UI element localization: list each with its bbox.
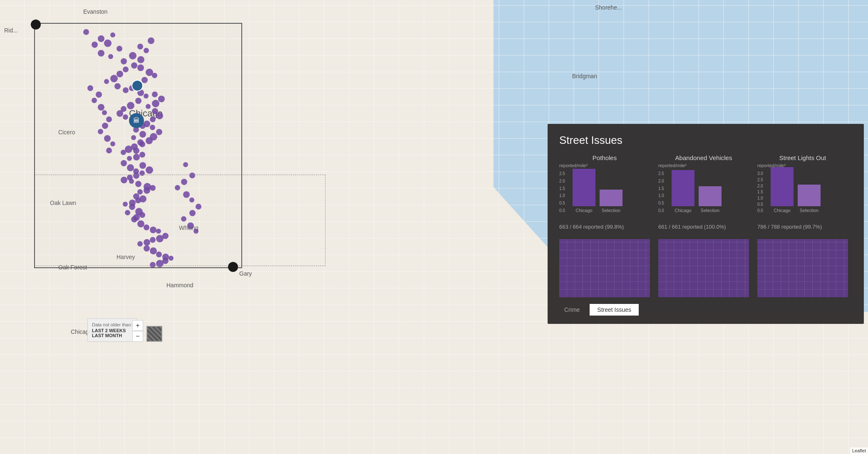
y-label: 1.5 [757,190,763,194]
y-label: 2.5 [658,171,664,176]
potholes-y-axis: 2.5 2.0 1.5 1.0 0.5 0.0 [559,171,567,213]
bottom-chart-streetlights-canvas [757,239,848,297]
data-controls: Data not older than: LAST 2 WEEKS LAST M… [87,318,137,342]
street-lights-title: Street Lights Out [757,154,848,161]
bottom-chart-potholes-canvas [559,239,650,297]
abandoned-vehicles-title: Abandoned Vehicles [658,154,749,161]
abandoned-selection-label: Selection [701,208,719,213]
street-lights-selection-bar [798,185,821,206]
potholes-selection-bar [600,190,622,206]
map-marker-pin[interactable] [131,80,143,93]
y-label: 1.5 [559,186,565,191]
map-container: Evanston Rid... Cicero Oak Lawn Whiting … [0,0,868,454]
street-lights-chicago-bar [771,167,794,206]
potholes-bars: Chicago Selection [573,171,650,213]
institution-icon: 🏛 [133,117,140,124]
street-lights-selection-label: Selection [800,208,818,213]
street-lights-selection-bar-wrapper: Selection [798,185,821,213]
street-lights-chart: 3.0 2.5 2.0 1.5 1.0 0.5 0.0 Chicago [757,171,848,221]
y-label: 0.0 [658,208,664,213]
y-label: 1.0 [757,196,763,200]
handle-bottom-right[interactable] [228,262,238,272]
abandoned-bars: Chicago Selection [672,171,749,213]
data-control-option1[interactable]: LAST 2 WEEKS [92,328,132,333]
tab-street-issues[interactable]: Street Issues [590,304,639,316]
selection-rectangle[interactable] [34,23,242,268]
y-label: 1.5 [658,186,664,191]
potholes-subtitle: reported/mile² [559,163,650,168]
panel-title: Street Issues [559,134,852,147]
data-control-label: Data not older than: [92,322,132,327]
potholes-section: Potholes reported/mile² 2.5 2.0 1.5 1.0 … [559,154,654,235]
leaflet-attribution: Leaflet [850,447,868,454]
potholes-title: Potholes [559,154,650,161]
abandoned-vehicles-section: Abandoned Vehicles reported/mile² 2.5 2.… [654,154,753,235]
bottom-chart-abandoned-canvas [658,239,749,297]
street-issues-panel: Street Issues Potholes reported/mile² 2.… [548,124,864,324]
charts-row: Potholes reported/mile² 2.5 2.0 1.5 1.0 … [559,154,852,235]
zoom-in-button[interactable]: + [132,320,143,331]
abandoned-chicago-bar [672,170,694,206]
abandoned-vehicles-chart: 2.5 2.0 1.5 1.0 0.5 0.0 Chicago [658,171,749,221]
abandoned-report: 661 / 661 reported (100.0%) [658,224,749,230]
y-label: 2.5 [757,178,763,182]
data-control-option2[interactable]: LAST MONTH [92,333,132,338]
street-lights-chicago-bar-wrapper: Chicago [771,167,794,213]
potholes-chicago-bar-wrapper: Chicago [573,169,595,213]
street-lights-chicago-label: Chicago [774,208,790,213]
potholes-selection-bar-wrapper: Selection [600,190,622,213]
y-label: 0.5 [559,201,565,205]
abandoned-vehicles-subtitle: reported/mile² [658,163,749,168]
y-label: 0.0 [559,208,565,213]
panel-footer: Crime Street Issues [559,304,852,316]
handle-top-left[interactable] [31,20,41,30]
bottom-chart-abandoned [654,239,753,297]
y-label: 0.5 [757,202,763,207]
map-marker-institution[interactable]: 🏛 [129,113,144,128]
street-lights-report: 786 / 788 reported (99.7%) [757,224,848,230]
abandoned-selection-bar [699,186,722,206]
bottom-chart-potholes [559,239,654,297]
zoom-out-button[interactable]: − [132,331,143,342]
y-label: 2.0 [757,184,763,188]
y-label: 2.0 [559,179,565,183]
y-label: 1.0 [658,193,664,198]
bottom-chart-streetlights [753,239,852,297]
zoom-controls: + − [132,320,143,342]
street-lights-section: Street Lights Out reported/mile² 3.0 2.5… [753,154,852,235]
tab-crime[interactable]: Crime [559,304,585,316]
abandoned-selection-bar-wrapper: Selection [699,186,722,213]
leaflet-text: Leaflet [852,448,866,453]
y-label: 2.5 [559,171,565,176]
y-label: 0.0 [757,208,763,213]
street-lights-bars: Chicago Selection [771,171,848,213]
abandoned-chicago-bar-wrapper: Chicago [672,170,694,213]
potholes-chicago-label: Chicago [575,208,592,213]
y-label: 1.0 [559,193,565,198]
bottom-charts-row [559,239,852,297]
abandoned-y-axis: 2.5 2.0 1.5 1.0 0.5 0.0 [658,171,666,213]
potholes-report: 663 / 664 reported (99.8%) [559,224,650,230]
svg-point-0 [132,80,143,91]
y-label: 3.0 [757,171,763,176]
abandoned-chicago-label: Chicago [675,208,691,213]
potholes-chicago-bar [573,169,595,206]
map-style-button[interactable] [146,326,162,342]
potholes-selection-label: Selection [602,208,620,213]
potholes-chart: 2.5 2.0 1.5 1.0 0.5 0.0 Chicago [559,171,650,221]
y-label: 2.0 [658,179,664,183]
street-lights-y-axis: 3.0 2.5 2.0 1.5 1.0 0.5 0.0 [757,171,765,213]
y-label: 0.5 [658,201,664,205]
